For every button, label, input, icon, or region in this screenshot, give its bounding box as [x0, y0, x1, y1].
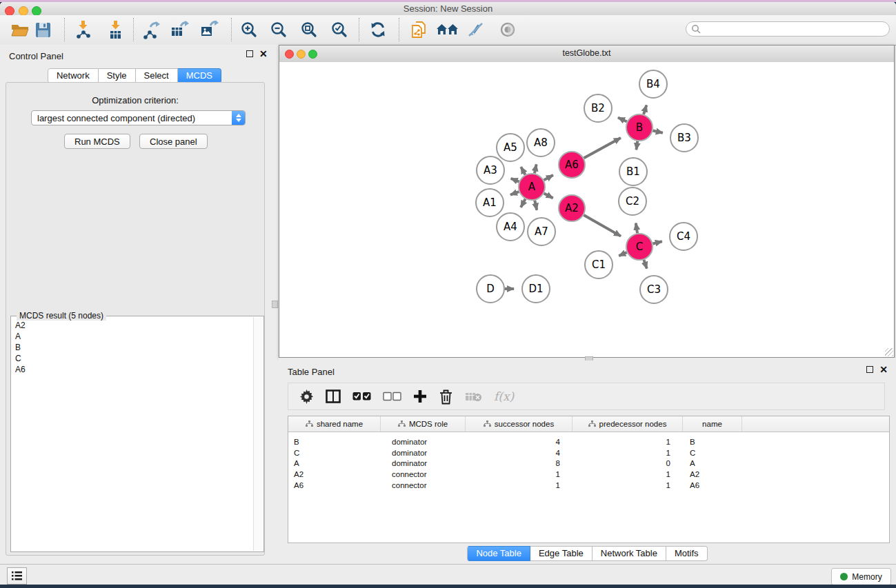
node-A[interactable]: A — [519, 174, 545, 200]
tab-mcds[interactable]: MCDS — [178, 68, 221, 83]
table-cell[interactable]: 1 — [573, 481, 683, 489]
zoom-selected-button[interactable] — [329, 19, 350, 41]
clone-network-button[interactable] — [408, 19, 429, 41]
edge-A-A4[interactable] — [521, 199, 525, 207]
import-table-button[interactable] — [105, 19, 126, 41]
node-A4[interactable]: A4 — [497, 213, 524, 241]
table-row[interactable]: A2connector11A2 — [288, 469, 889, 480]
mcds-result-item[interactable]: B — [12, 342, 254, 353]
delete-column-button[interactable] — [439, 386, 453, 407]
tab-network-table[interactable]: Network Table — [593, 546, 666, 561]
table-cell[interactable]: 1 — [466, 470, 573, 478]
export-image-button[interactable] — [199, 19, 219, 41]
function-builder-button[interactable]: f(x) — [494, 386, 514, 407]
edge-C-C1[interactable] — [619, 252, 626, 256]
table-cell[interactable]: dominator — [381, 459, 466, 467]
column-header-predecessor-nodes[interactable]: predecessor nodes — [573, 416, 683, 432]
mcds-result-item[interactable]: A6 — [12, 364, 254, 375]
network-window-titlebar[interactable]: testGlobe.txt — [279, 45, 894, 63]
mcds-result-item[interactable]: C — [12, 353, 254, 364]
table-cell[interactable]: A6 — [288, 481, 381, 489]
node-A8[interactable]: A8 — [527, 129, 555, 156]
close-panel-icon[interactable]: ✕ — [879, 366, 888, 373]
edge-B-B1[interactable] — [636, 141, 637, 150]
table-cell[interactable]: C — [683, 449, 742, 457]
table-cell[interactable]: A2 — [683, 470, 742, 478]
table-cell[interactable]: dominator — [381, 438, 466, 446]
mcds-result-item[interactable]: A — [12, 331, 254, 342]
open-session-button[interactable] — [10, 19, 30, 41]
table-cell[interactable]: B — [683, 438, 742, 446]
show-columns-button[interactable] — [326, 386, 341, 407]
task-history-button[interactable] — [7, 567, 27, 585]
edge-A-A7[interactable] — [535, 201, 537, 210]
search-input[interactable] — [701, 22, 889, 36]
node-C2[interactable]: C2 — [619, 187, 646, 215]
table-cell[interactable]: dominator — [381, 449, 466, 457]
home-button[interactable] — [435, 19, 460, 41]
node-A5[interactable]: A5 — [497, 134, 524, 161]
search-box[interactable] — [686, 21, 890, 37]
column-header-MCDS-role[interactable]: MCDS role — [381, 416, 466, 432]
column-header-name[interactable]: name — [683, 416, 742, 432]
node-B4[interactable]: B4 — [639, 70, 667, 98]
close-panel-icon[interactable]: ✕ — [259, 50, 268, 57]
node-B2[interactable]: B2 — [584, 94, 612, 122]
edge-A-A5[interactable] — [521, 167, 525, 174]
node-B3[interactable]: B3 — [670, 124, 698, 152]
result-scrollbar[interactable] — [253, 317, 263, 551]
table-cell[interactable]: 4 — [466, 438, 573, 446]
node-A3[interactable]: A3 — [477, 156, 504, 184]
optimization-criterion-dropdown[interactable]: largest connected component (directed) — [31, 110, 246, 125]
network-canvas[interactable]: B4B2BB3A5A8A6A3B1AC2A1A2A4A7C4CC1DD1C3 — [279, 62, 894, 357]
export-table-button[interactable] — [169, 19, 190, 41]
splitter-handle[interactable] — [272, 301, 278, 308]
node-B[interactable]: B — [626, 114, 653, 141]
table-cell[interactable]: connector — [381, 470, 466, 478]
tab-motifs[interactable]: Motifs — [666, 546, 708, 561]
node-C1[interactable]: C1 — [585, 251, 613, 278]
table-cell[interactable]: connector — [381, 481, 466, 489]
refresh-button[interactable] — [368, 19, 388, 41]
node-C4[interactable]: C4 — [670, 223, 697, 250]
node-C[interactable]: C — [626, 234, 653, 260]
edge-A-A6[interactable] — [544, 175, 553, 180]
node-B1[interactable]: B1 — [619, 158, 647, 185]
table-cell[interactable]: 1 — [573, 449, 683, 457]
destroy-table-button[interactable] — [465, 386, 482, 407]
table-cell[interactable]: 0 — [573, 459, 683, 467]
create-column-button[interactable] — [413, 386, 427, 407]
edge-B-B4[interactable] — [644, 105, 646, 114]
table-cell[interactable]: 1 — [573, 438, 683, 446]
tab-style[interactable]: Style — [99, 68, 136, 83]
resize-grip[interactable] — [885, 348, 893, 356]
edge-C-C2[interactable] — [636, 223, 637, 234]
edge-B-B3[interactable] — [653, 130, 662, 132]
edge-C-C3[interactable] — [644, 260, 646, 269]
table-cell[interactable]: A — [288, 459, 381, 467]
table-cell[interactable]: 1 — [573, 470, 683, 478]
node-D1[interactable]: D1 — [522, 275, 550, 303]
table-row[interactable]: Bdominator41B — [288, 436, 889, 447]
table-cell[interactable]: 1 — [466, 481, 573, 489]
float-panel-icon[interactable] — [246, 50, 253, 57]
zoom-fit-button[interactable] — [299, 19, 319, 41]
hide-labels-button[interactable] — [466, 19, 486, 41]
table-cell[interactable]: A — [683, 459, 742, 467]
memory-button[interactable]: Memory — [831, 568, 891, 585]
float-panel-icon[interactable] — [866, 366, 873, 373]
edge-A-A3[interactable] — [511, 179, 519, 182]
table-settings-button[interactable] — [299, 386, 314, 407]
table-row[interactable]: Adominator80A — [288, 458, 889, 469]
zoom-in-button[interactable] — [239, 19, 259, 41]
save-session-button[interactable] — [32, 19, 53, 41]
table-cell[interactable]: 8 — [466, 459, 573, 467]
edge-A-A2[interactable] — [544, 193, 553, 198]
tab-select[interactable]: Select — [136, 68, 178, 83]
export-network-button[interactable] — [140, 19, 161, 41]
tab-edge-table[interactable]: Edge Table — [530, 546, 593, 561]
table-cell[interactable]: A6 — [683, 481, 742, 489]
table-row[interactable]: Cdominator41C — [288, 447, 889, 458]
node-C3[interactable]: C3 — [640, 276, 668, 303]
import-network-button[interactable] — [72, 19, 93, 41]
